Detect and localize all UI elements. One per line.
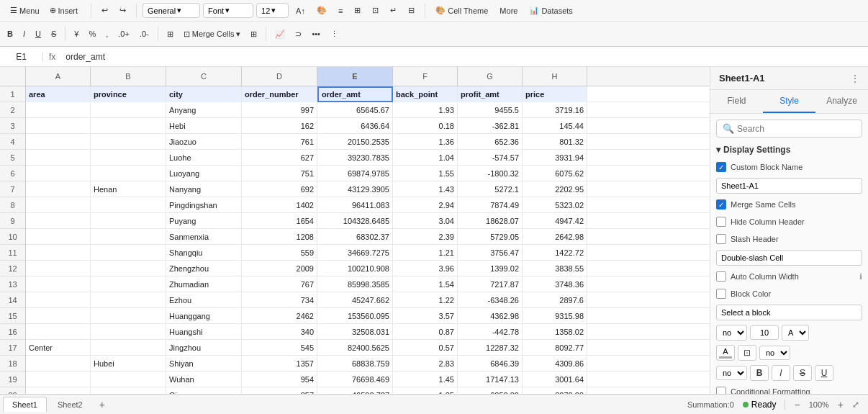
table-cell[interactable]: 1654 [242, 213, 317, 229]
table-row[interactable]: Hebi1626436.640.18-362.81145.44 [26, 118, 710, 134]
table-cell[interactable]: 3.57 [393, 308, 458, 324]
table-cell[interactable]: 1.54 [393, 276, 458, 292]
table-cell[interactable]: 1358.02 [523, 324, 587, 340]
insert-button[interactable]: ⊕ Insert [45, 4, 83, 17]
strikethrough-icon-button[interactable]: S [793, 365, 812, 381]
table-cell[interactable]: 20150.2535 [317, 134, 393, 150]
table-cell[interactable]: 1.93 [393, 102, 458, 118]
row-number[interactable]: 13 [0, 276, 25, 292]
table-cell[interactable]: Huanggang [166, 308, 242, 324]
table-cell[interactable]: Zhumadian [166, 276, 242, 292]
table-cell[interactable] [26, 166, 91, 181]
table-cell[interactable]: Jingzhou [166, 340, 242, 356]
table-cell[interactable]: order_number [242, 86, 317, 102]
table-cell[interactable]: Jiaozuo [166, 134, 242, 150]
table-cell[interactable]: 8092.77 [523, 340, 587, 356]
table-cell[interactable]: Anyang [166, 102, 242, 118]
table-cell[interactable]: 9315.98 [523, 308, 587, 324]
table-row[interactable]: Anyang99765645.671.939455.53719.16 [26, 102, 710, 118]
table-cell[interactable]: 68838.759 [317, 356, 393, 372]
border-style-button[interactable]: ⊡ [738, 345, 756, 361]
grid[interactable]: areaprovincecityorder_numberorder_amtbac… [26, 86, 710, 394]
table-cell[interactable]: Huangshi [166, 324, 242, 340]
table-cell[interactable]: 692 [242, 181, 317, 197]
block-color-checkbox[interactable] [716, 289, 726, 299]
table-cell[interactable]: 1.43 [393, 181, 458, 197]
table-cell[interactable]: 145.44 [523, 118, 587, 134]
table-cell[interactable]: 627 [242, 150, 317, 166]
table-cell[interactable] [26, 102, 91, 118]
table-cell[interactable]: 1422.72 [523, 245, 587, 261]
menu-button[interactable]: ☰ Menu [6, 4, 44, 17]
table-cell[interactable]: 153560.095 [317, 308, 393, 324]
table-cell[interactable]: 545 [242, 340, 317, 356]
layout-button[interactable]: ⊞ [246, 27, 261, 41]
table-cell[interactable] [26, 372, 91, 387]
table-cell[interactable]: 1.35 [393, 387, 458, 394]
table-cell[interactable] [26, 118, 91, 134]
table-cell[interactable]: Hebi [166, 118, 242, 134]
table-cell[interactable]: 104328.6485 [317, 213, 393, 229]
table-row[interactable]: Huanggang2462153560.0953.574362.989315.9… [26, 308, 710, 324]
underline-icon-button[interactable]: U [815, 365, 833, 381]
table-cell[interactable]: 2072.29 [523, 387, 587, 394]
table-cell[interactable]: 1402 [242, 197, 317, 213]
table-row[interactable]: areaprovincecityorder_numberorder_amtbac… [26, 86, 710, 102]
section-header-display[interactable]: ▾ Display Settings [716, 145, 862, 155]
table-cell[interactable]: 2642.98 [523, 229, 587, 245]
table-cell[interactable]: 340 [242, 324, 317, 340]
table-cell[interactable] [91, 213, 166, 229]
table-cell[interactable]: 34669.7275 [317, 245, 393, 261]
table-cell[interactable]: 3719.16 [523, 102, 587, 118]
table-cell[interactable]: 997 [242, 102, 317, 118]
table-cell[interactable] [91, 245, 166, 261]
table-cell[interactable]: 0.57 [393, 340, 458, 356]
merge-cells-button[interactable]: ⊡ Merge Cells ▾ [179, 27, 245, 41]
chart-button[interactable]: 📈 [271, 27, 289, 41]
col-header-d[interactable]: D [242, 67, 317, 86]
auto-column-width-checkbox[interactable] [716, 271, 726, 282]
table-cell[interactable]: 0.18 [393, 118, 458, 134]
table-cell[interactable]: 1.45 [393, 372, 458, 387]
table-cell[interactable]: 2009 [242, 261, 317, 276]
table-cell[interactable]: 3748.36 [523, 276, 587, 292]
table-cell[interactable]: Zhengzhou [166, 261, 242, 276]
table-cell[interactable]: 100210.908 [317, 261, 393, 276]
table-cell[interactable]: 1.36 [393, 134, 458, 150]
table-row[interactable]: Luohe62739230.78351.04-574.573931.94 [26, 150, 710, 166]
table-cell[interactable] [91, 292, 166, 308]
col-header-b[interactable]: B [91, 67, 166, 86]
table-cell[interactable]: 1399.02 [458, 261, 523, 276]
table-cell[interactable] [26, 356, 91, 372]
font-size-input[interactable] [750, 325, 779, 340]
decimal-decrease-button[interactable]: .0- [135, 27, 153, 40]
table-row[interactable]: Zhengzhou2009100210.9083.961399.023838.5… [26, 261, 710, 276]
table-row[interactable]: Sanmenxia120868302.372.395729.052642.98 [26, 229, 710, 245]
table-cell[interactable]: 6436.64 [317, 118, 393, 134]
table-cell[interactable] [91, 340, 166, 356]
table-cell[interactable]: 1.21 [393, 245, 458, 261]
table-cell[interactable]: Henan [91, 181, 166, 197]
panel-more-icon[interactable]: ⋮ [851, 73, 859, 84]
table-row[interactable]: HenanNanyang69243129.39051.435272.12202.… [26, 181, 710, 197]
table-cell[interactable]: -1800.32 [458, 166, 523, 181]
table-cell[interactable]: 761 [242, 134, 317, 150]
table-cell[interactable]: 1.04 [393, 150, 458, 166]
table-cell[interactable]: 7217.87 [458, 276, 523, 292]
row-number[interactable]: 15 [0, 308, 25, 324]
more3-button[interactable]: ⋮ [326, 27, 343, 41]
custom-block-name-input[interactable] [716, 178, 862, 194]
search-input[interactable] [737, 124, 856, 134]
align-button[interactable]: ≡ [334, 4, 347, 17]
table-cell[interactable] [91, 197, 166, 213]
font-style-select[interactable]: no [716, 325, 747, 341]
font-size-dropdown[interactable]: 12 ▾ [256, 3, 289, 18]
table-cell[interactable]: 734 [242, 292, 317, 308]
table-cell[interactable] [26, 292, 91, 308]
table-row[interactable]: Shangqiu55934669.72751.213756.471422.72 [26, 245, 710, 261]
table-row[interactable]: Pingdingshan140296411.0832.947874.495323… [26, 197, 710, 213]
table-row[interactable]: Huangshi34032508.0310.87-442.781358.02 [26, 324, 710, 340]
table-cell[interactable]: back_point [393, 86, 458, 102]
table-cell[interactable]: Shangqiu [166, 245, 242, 261]
table-cell[interactable] [91, 229, 166, 245]
